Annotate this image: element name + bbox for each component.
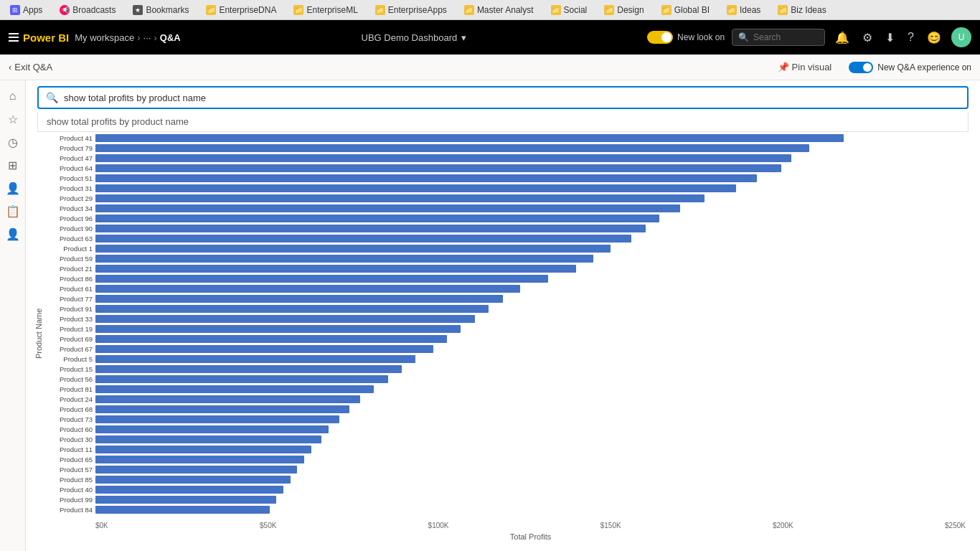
bar-label: Product 51 — [46, 174, 93, 182]
bar-fill — [95, 456, 304, 463]
bar-track[interactable] — [95, 254, 966, 263]
tab-broadcasts[interactable]: 📢 Broadcasts — [55, 4, 120, 17]
pbi-header: Power BI My workspace › ··· › Q&A UBG De… — [0, 20, 980, 55]
tab-apps[interactable]: ⊞ Apps — [6, 4, 47, 17]
sidebar-item-home[interactable]: ⌂ — [3, 86, 23, 106]
table-row: Product 81 — [46, 385, 966, 394]
bar-track[interactable] — [95, 164, 966, 173]
breadcrumb-active: Q&A — [160, 32, 181, 43]
table-row: Product 99 — [46, 495, 966, 504]
breadcrumb-workspace[interactable]: My workspace — [75, 32, 134, 43]
sidebar-item-learn[interactable]: 📋 — [3, 201, 23, 221]
sidebar-item-user[interactable]: 👤 — [3, 224, 23, 244]
bar-track[interactable] — [95, 334, 966, 344]
header-search[interactable]: 🔍 — [732, 29, 825, 46]
sidebar-item-apps[interactable]: ⊞ — [3, 155, 23, 175]
table-row: Product 84 — [46, 505, 966, 514]
download-icon[interactable]: ⬇ — [882, 28, 897, 47]
bar-track[interactable] — [95, 344, 966, 354]
bar-track[interactable] — [95, 204, 966, 213]
bar-fill — [95, 345, 433, 353]
tab-globalbi[interactable]: 📁 Global BI — [657, 4, 714, 17]
search-input[interactable] — [753, 32, 818, 42]
qa-input[interactable] — [64, 93, 960, 103]
tab-ideas[interactable]: 📁 Ideas — [722, 4, 765, 17]
bar-label: Product 24 — [46, 395, 93, 403]
bar-track[interactable] — [95, 133, 966, 143]
table-row: Product 73 — [46, 415, 966, 424]
avatar[interactable]: U — [951, 27, 971, 47]
bar-track[interactable] — [95, 445, 966, 454]
bar-track[interactable] — [95, 314, 966, 324]
bar-track[interactable] — [95, 214, 966, 223]
bar-track[interactable] — [95, 324, 966, 334]
qa-suggestion[interactable]: show total profits by product name — [37, 112, 969, 132]
new-look-switch[interactable] — [647, 31, 673, 44]
tab-bizideas[interactable]: 📁 Biz Ideas — [773, 4, 830, 17]
bar-track[interactable] — [95, 174, 966, 183]
bar-track[interactable] — [95, 455, 966, 464]
bar-track[interactable] — [95, 234, 966, 243]
bar-track[interactable] — [95, 415, 966, 424]
sidebar-item-favorites[interactable]: ☆ — [3, 109, 23, 129]
settings-icon[interactable]: ⚙ — [859, 28, 875, 47]
bar-fill — [95, 446, 311, 453]
bar-fill — [95, 285, 520, 293]
tab-enterpriseapps[interactable]: 📁 EnterpriseApps — [371, 4, 451, 17]
bar-track[interactable] — [95, 425, 966, 434]
help-icon[interactable]: ? — [905, 28, 917, 47]
bar-track[interactable] — [95, 154, 966, 163]
bar-track[interactable] — [95, 264, 966, 273]
bar-track[interactable] — [95, 304, 966, 314]
hamburger-menu[interactable] — [9, 33, 19, 42]
table-row: Product 30 — [46, 435, 966, 444]
bar-track[interactable] — [95, 274, 966, 283]
table-row: Product 56 — [46, 375, 966, 384]
bar-track[interactable] — [95, 395, 966, 404]
bar-track[interactable] — [95, 143, 966, 153]
bar-label: Product 47 — [46, 154, 93, 162]
bar-fill — [95, 496, 276, 504]
tab-enterprisedna[interactable]: 📁 EnterpriseDNA — [202, 4, 281, 17]
bar-track[interactable] — [95, 375, 966, 384]
bar-track[interactable] — [95, 294, 966, 303]
bar-track[interactable] — [95, 435, 966, 444]
bar-track[interactable] — [95, 364, 966, 374]
bar-track[interactable] — [95, 505, 966, 514]
bar-track[interactable] — [95, 354, 966, 364]
bar-label: Product 19 — [46, 325, 93, 333]
breadcrumb-more[interactable]: ··· — [143, 32, 151, 43]
dashboard-dropdown-icon[interactable]: ▾ — [461, 32, 466, 43]
tab-masteranalyst[interactable]: 📁 Master Analyst — [460, 4, 538, 17]
new-qa-switch[interactable] — [849, 62, 873, 73]
bar-track[interactable] — [95, 194, 966, 203]
sidebar-item-recent[interactable]: ◷ — [3, 132, 23, 152]
bar-track[interactable] — [95, 244, 966, 253]
bell-icon[interactable]: 🔔 — [832, 28, 852, 47]
bar-track[interactable] — [95, 385, 966, 394]
bar-track[interactable] — [95, 405, 966, 414]
tab-enterpriseml[interactable]: 📁 EnterpriseML — [289, 4, 362, 17]
bar-track[interactable] — [95, 284, 966, 293]
folder-icon: 📁 — [551, 5, 561, 15]
bar-track[interactable] — [95, 495, 966, 504]
pin-visual-button[interactable]: 📌 Pin visual — [778, 62, 832, 72]
tab-social[interactable]: 📁 Social — [547, 4, 592, 17]
x-axis-title: Total Profits — [46, 531, 966, 544]
exit-qa-button[interactable]: ‹ Exit Q&A — [9, 62, 52, 72]
bar-track[interactable] — [95, 485, 966, 494]
tab-bookmarks[interactable]: ★ Bookmarks — [128, 4, 193, 17]
bar-label: Product 90 — [46, 225, 93, 232]
bar-track[interactable] — [95, 465, 966, 474]
bar-track[interactable] — [95, 224, 966, 233]
bar-track[interactable] — [95, 475, 966, 484]
table-row: Product 1 — [46, 244, 966, 253]
qa-content: 🔍 show total profits by product name Pro… — [26, 80, 980, 551]
bar-label: Product 64 — [46, 164, 93, 172]
sidebar-item-shared[interactable]: 👤 — [3, 178, 23, 198]
emoji-icon[interactable]: 😊 — [924, 28, 944, 47]
tab-design[interactable]: 📁 Design — [600, 4, 648, 17]
bar-fill — [95, 425, 329, 433]
table-row: Product 15 — [46, 364, 966, 374]
bar-track[interactable] — [95, 184, 966, 193]
